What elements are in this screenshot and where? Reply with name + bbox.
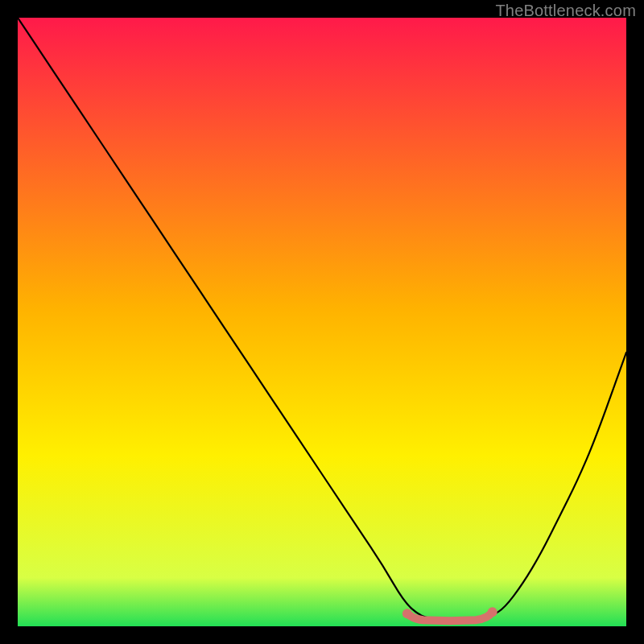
valley-dot-right	[488, 607, 497, 617]
valley-dot-left	[402, 609, 412, 618]
chart-stage: TheBottleneck.com	[0, 0, 644, 644]
watermark-text: TheBottleneck.com	[495, 2, 636, 20]
valley-marker	[407, 612, 493, 621]
plot-area	[18, 18, 626, 626]
curve-overlay	[18, 18, 626, 626]
bottleneck-curve	[18, 18, 626, 620]
